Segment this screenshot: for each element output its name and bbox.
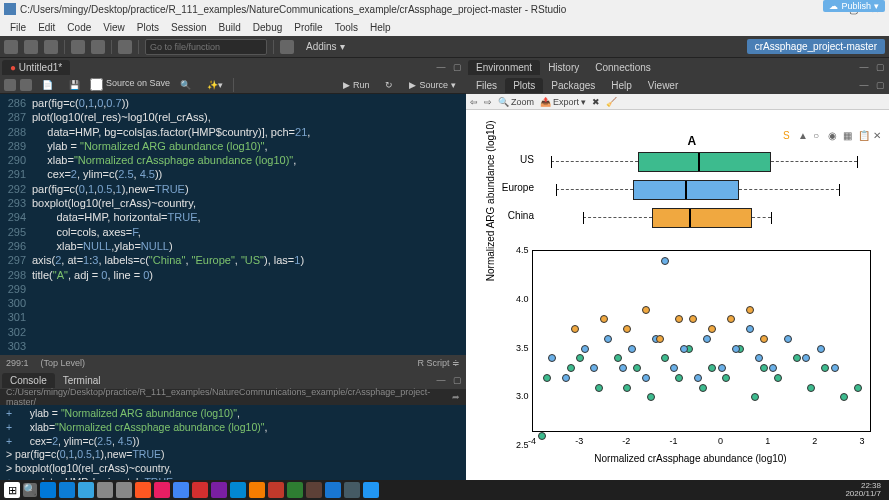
xtick-label: 0 (718, 436, 723, 446)
save-all-icon[interactable] (91, 40, 105, 54)
scatter-point (703, 335, 711, 343)
source-button[interactable]: ▶ Source ▾ (403, 79, 462, 91)
scatter-point (854, 384, 862, 392)
menu-debug[interactable]: Debug (247, 22, 288, 33)
menu-profile[interactable]: Profile (288, 22, 328, 33)
scatter-point (727, 315, 735, 323)
taskbar-app-16[interactable] (344, 482, 360, 498)
menu-session[interactable]: Session (165, 22, 213, 33)
taskbar-app-0[interactable] (40, 482, 56, 498)
env-max-icon[interactable]: ▢ (873, 60, 887, 74)
scope[interactable]: (Top Level) (41, 358, 86, 368)
next-plot-icon[interactable]: ⇨ (484, 97, 492, 107)
taskbar-app-9[interactable] (211, 482, 227, 498)
rerun-icon[interactable]: ↻ (379, 79, 399, 91)
code-editor[interactable]: 286par(fig=c(0,1,0,0.7))287plot(log10(re… (0, 94, 466, 355)
taskbar-app-17[interactable] (363, 482, 379, 498)
tab-packages[interactable]: Packages (543, 78, 603, 93)
taskbar-app-7[interactable] (173, 482, 189, 498)
addins-button[interactable]: Addins ▾ (300, 39, 351, 54)
taskbar-app-2[interactable] (78, 482, 94, 498)
save-icon[interactable] (71, 40, 85, 54)
tab-help[interactable]: Help (603, 78, 640, 93)
console-max-icon[interactable]: ▢ (450, 373, 464, 387)
taskbar-app-11[interactable] (249, 482, 265, 498)
menu-view[interactable]: View (97, 22, 131, 33)
new-file-icon[interactable] (4, 40, 18, 54)
scatter-point (784, 335, 792, 343)
tab-history[interactable]: History (540, 60, 587, 75)
run-button[interactable]: ▶ Run (337, 79, 376, 91)
env-min-icon[interactable]: — (857, 60, 871, 74)
scatter-chart: Normalized ARG abundance (log10) Normali… (504, 250, 877, 462)
menu-edit[interactable]: Edit (32, 22, 61, 33)
xtick-label: 2 (812, 436, 817, 446)
tab-files[interactable]: Files (468, 78, 505, 93)
publish-button[interactable]: ☁ Publish ▾ (823, 0, 885, 12)
menu-help[interactable]: Help (364, 22, 397, 33)
menu-file[interactable]: File (4, 22, 32, 33)
tab-console[interactable]: Console (2, 373, 55, 388)
tab-terminal[interactable]: Terminal (55, 373, 109, 388)
taskbar-app-14[interactable] (306, 482, 322, 498)
clear-plots-icon[interactable]: 🧹 (606, 97, 617, 107)
lang-selector[interactable]: R Script ≑ (417, 358, 460, 368)
project-badge[interactable]: crAssphage_project-master (747, 39, 885, 54)
scatter-point (642, 374, 650, 382)
print-icon[interactable] (118, 40, 132, 54)
open-file-icon[interactable] (44, 40, 58, 54)
start-button[interactable]: ⊞ (4, 482, 20, 498)
search-icon[interactable]: 🔍 (23, 483, 37, 497)
scatter-point (571, 325, 579, 333)
pane-min-icon[interactable]: — (434, 60, 448, 74)
menu-plots[interactable]: Plots (131, 22, 165, 33)
export-button[interactable]: 📤 Export ▾ (540, 97, 586, 107)
taskbar-app-8[interactable] (192, 482, 208, 498)
source-tabs: ● Untitled1* — ▢ (0, 58, 466, 76)
prev-plot-icon[interactable]: ⇦ (470, 97, 478, 107)
taskbar-app-6[interactable] (154, 482, 170, 498)
pane-max-icon[interactable]: ▢ (450, 60, 464, 74)
system-clock[interactable]: 22:38 2020/11/7 (845, 482, 885, 498)
ytick-label: 2.5 (516, 440, 529, 450)
save-file-icon[interactable]: 💾 (63, 79, 86, 91)
taskbar-app-10[interactable] (230, 482, 246, 498)
taskbar-app-15[interactable] (325, 482, 341, 498)
goto-file-input[interactable] (145, 39, 267, 55)
ytick-label: 4.5 (516, 245, 529, 255)
source-tab[interactable]: ● Untitled1* (2, 60, 70, 75)
menu-code[interactable]: Code (61, 22, 97, 33)
taskbar-app-4[interactable] (116, 482, 132, 498)
xtick-label: 3 (859, 436, 864, 446)
tab-viewer[interactable]: Viewer (640, 78, 686, 93)
find-icon[interactable]: 🔍 (174, 79, 197, 91)
new-project-icon[interactable] (24, 40, 38, 54)
taskbar: ⊞ 🔍 22:38 2020/11/7 (0, 480, 889, 500)
taskbar-app-12[interactable] (268, 482, 284, 498)
fwd-icon[interactable] (20, 79, 32, 91)
zoom-button[interactable]: 🔍 Zoom (498, 97, 534, 107)
menu-build[interactable]: Build (213, 22, 247, 33)
tab-environment[interactable]: Environment (468, 60, 540, 75)
grid-icon[interactable] (280, 40, 294, 54)
tab-connections[interactable]: Connections (587, 60, 659, 75)
taskbar-app-5[interactable] (135, 482, 151, 498)
back-icon[interactable] (4, 79, 16, 91)
taskbar-app-1[interactable] (59, 482, 75, 498)
menu-tools[interactable]: Tools (329, 22, 364, 33)
scatter-point (675, 374, 683, 382)
taskbar-app-13[interactable] (287, 482, 303, 498)
source-on-save-checkbox[interactable]: Source on Save (90, 78, 170, 91)
source-toolbar: 📄 💾 Source on Save 🔍 ✨▾ ▶ Run ↻ ▶ Source… (0, 76, 466, 94)
plot-max-icon[interactable]: ▢ (873, 78, 887, 92)
console-min-icon[interactable]: — (434, 373, 448, 387)
show-doc-icon[interactable]: 📄 (36, 79, 59, 91)
remove-plot-icon[interactable]: ✖ (592, 97, 600, 107)
wand-icon[interactable]: ✨▾ (201, 79, 229, 91)
scatter-point (760, 364, 768, 372)
plot-min-icon[interactable]: — (857, 78, 871, 92)
browse-icon[interactable]: ➦ (452, 392, 460, 402)
tab-plots[interactable]: Plots (505, 78, 543, 93)
taskbar-app-3[interactable] (97, 482, 113, 498)
boxplot-category-label: China (494, 210, 534, 221)
